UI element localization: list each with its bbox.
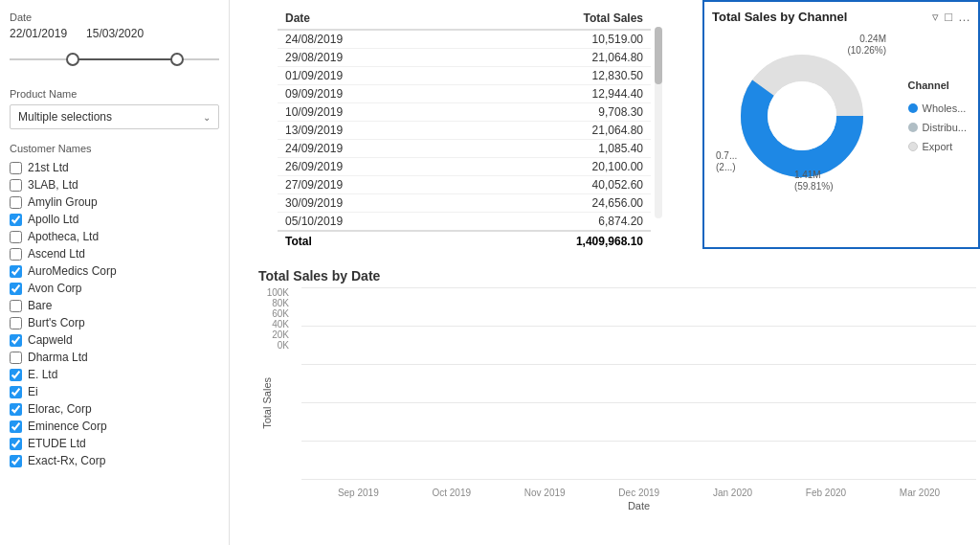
customer-item[interactable]: Burt's Corp — [10, 314, 219, 331]
legend-label-export: Export — [923, 141, 953, 152]
customer-item[interactable]: E. Ltd — [10, 366, 219, 383]
customer-checkbox[interactable] — [10, 231, 22, 243]
more-options-icon[interactable]: … — [958, 10, 970, 24]
x-axis-label: Oct 2019 — [432, 488, 471, 498]
date-end: 15/03/2020 — [86, 27, 144, 40]
cell-sales: 10,519.00 — [453, 30, 651, 49]
customer-item[interactable]: Apotheca, Ltd — [10, 228, 219, 245]
customer-checkbox[interactable] — [10, 403, 22, 416]
customer-name: Burt's Corp — [28, 316, 85, 329]
customer-checkbox[interactable] — [10, 386, 22, 398]
customer-checkbox[interactable] — [10, 248, 22, 261]
slider-thumb-left[interactable] — [66, 53, 79, 66]
customer-item[interactable]: Apollo Ltd — [10, 211, 219, 228]
donut-body: 0.24M(10.26%) 0.7...(2...) 1.41M(59.81%) — [712, 30, 970, 202]
y-axis-title: Total Sales — [261, 377, 273, 429]
customer-checkbox[interactable] — [10, 265, 22, 278]
customer-name: Bare — [28, 299, 52, 312]
customer-checkbox[interactable] — [10, 420, 22, 433]
customer-checkbox[interactable] — [10, 214, 22, 226]
customer-item[interactable]: Amylin Group — [10, 193, 219, 211]
customer-name: Apollo Ltd — [28, 213, 78, 226]
customer-item[interactable]: Elorac, Corp — [10, 400, 219, 418]
customer-name: Elorac, Corp — [28, 402, 92, 416]
table-row: 26/09/201920,100.00 — [278, 158, 651, 176]
customer-checkbox[interactable] — [10, 179, 22, 192]
customer-name: Dharma Ltd — [28, 351, 88, 364]
filter-icon[interactable]: ▿ — [932, 10, 939, 24]
left-panel: Date 22/01/2019 15/03/2020 Product Name … — [0, 0, 230, 545]
cell-date: 24/09/2019 — [278, 140, 453, 158]
customer-name: 21st Ltd — [28, 161, 69, 174]
customer-item[interactable]: Ascend Ltd — [10, 245, 219, 262]
customer-checkbox[interactable] — [10, 196, 22, 209]
customer-checkbox[interactable] — [10, 455, 22, 467]
customer-filter-section: Customer Names 21st Ltd3LAB, LtdAmylin G… — [10, 143, 219, 469]
chart-inner: Sep 2019Oct 2019Nov 2019Dec 2019Jan 2020… — [301, 287, 976, 498]
expand-icon[interactable]: □ — [945, 10, 952, 24]
cell-date: 13/09/2019 — [278, 122, 453, 140]
x-axis-title: Date — [301, 500, 976, 511]
x-axis-label: Sep 2019 — [338, 488, 379, 498]
customer-name: Ei — [28, 385, 38, 398]
product-dropdown[interactable]: Multiple selections ⌄ — [10, 104, 219, 129]
x-axis: Sep 2019Oct 2019Nov 2019Dec 2019Jan 2020… — [301, 488, 976, 498]
customer-item[interactable]: 21st Ltd — [10, 159, 219, 176]
customer-item[interactable]: Eminence Corp — [10, 418, 219, 435]
legend-label-distribution: Distribu... — [923, 122, 967, 133]
cell-sales: 12,830.50 — [453, 67, 651, 85]
table-row: 05/10/20196,874.20 — [278, 213, 651, 232]
bar-chart-container: Total Sales 100K80K60K40K20K0K Sep 2019O… — [258, 287, 976, 498]
customer-checkbox[interactable] — [10, 369, 22, 381]
customer-item[interactable]: Avon Corp — [10, 280, 219, 297]
date-slider[interactable] — [10, 46, 219, 73]
cell-date: 30/09/2019 — [278, 194, 453, 213]
legend-item-wholesale: Wholes... — [908, 102, 967, 114]
customer-item[interactable]: Capweld — [10, 331, 219, 349]
customer-checkbox[interactable] — [10, 334, 22, 347]
grid-line — [301, 479, 976, 480]
customer-item[interactable]: Dharma Ltd — [10, 349, 219, 366]
table-row: 24/09/20191,085.40 — [278, 140, 651, 158]
customer-checkbox[interactable] — [10, 300, 22, 312]
cell-sales: 20,100.00 — [453, 158, 651, 176]
customer-checkbox[interactable] — [10, 317, 22, 329]
table-row: 30/09/201924,656.00 — [278, 194, 651, 213]
date-range-values: 22/01/2019 15/03/2020 — [10, 27, 219, 40]
col-header-date: Date — [278, 8, 453, 30]
table-row: 27/09/201940,052.60 — [278, 176, 651, 194]
cell-sales: 12,944.40 — [453, 85, 651, 103]
customer-item[interactable]: ETUDE Ltd — [10, 435, 219, 452]
customer-name: Capweld — [28, 333, 73, 347]
customer-checkbox[interactable] — [10, 352, 22, 364]
customer-item[interactable]: Bare — [10, 297, 219, 314]
donut-header: Total Sales by Channel ▿ □ … — [712, 10, 970, 24]
table-scrollbar-thumb[interactable] — [655, 27, 662, 84]
customer-item[interactable]: AuroMedics Corp — [10, 262, 219, 280]
customer-name: AuroMedics Corp — [28, 264, 117, 278]
customer-name: Ascend Ltd — [28, 247, 85, 261]
customer-item[interactable]: Ei — [10, 383, 219, 400]
product-dropdown-value: Multiple selections — [18, 110, 112, 124]
customer-checkbox[interactable] — [10, 283, 22, 295]
table-row: 29/08/201921,064.80 — [278, 49, 651, 67]
customer-item[interactable]: 3LAB, Ltd — [10, 176, 219, 193]
total-label: Total — [278, 231, 453, 251]
customer-checkbox[interactable] — [10, 162, 22, 174]
customer-checkbox[interactable] — [10, 438, 22, 450]
chevron-down-icon: ⌄ — [203, 112, 211, 123]
y-axis-label: 0K — [278, 340, 289, 351]
cell-sales: 6,874.20 — [453, 213, 651, 232]
date-start: 22/01/2019 — [10, 27, 67, 40]
customer-item[interactable]: Exact-Rx, Corp — [10, 452, 219, 469]
y-axis: 100K80K60K40K20K0K — [258, 287, 295, 370]
cell-sales: 9,708.30 — [453, 103, 651, 122]
slider-fill — [73, 58, 178, 60]
donut-legend: Channel Wholes... Distribu... Export — [908, 79, 967, 152]
cell-date: 10/09/2019 — [278, 103, 453, 122]
x-axis-label: Feb 2020 — [806, 488, 846, 498]
table-scrollbar[interactable] — [655, 27, 662, 218]
product-filter-section: Product Name Multiple selections ⌄ — [10, 88, 219, 129]
slider-thumb-right[interactable] — [170, 53, 184, 66]
cell-date: 27/09/2019 — [278, 176, 453, 194]
